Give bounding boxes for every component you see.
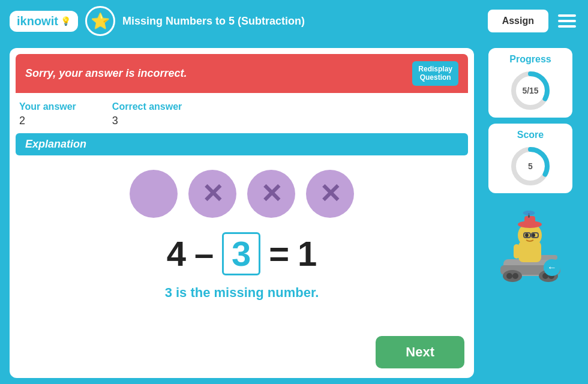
x-icon-1: ✕ xyxy=(202,181,224,207)
progress-title: Progress xyxy=(509,54,551,65)
star-icon: ⭐ xyxy=(85,6,115,36)
progress-value: 5/15 xyxy=(522,86,538,95)
circle-2: ✕ xyxy=(188,170,236,218)
answer-section: Your answer 2 Correct answer 3 xyxy=(10,93,474,133)
eq-equals: = xyxy=(269,233,289,274)
redisplay-button[interactable]: RedisplayQuestion xyxy=(412,61,458,86)
explanation-header: Explanation xyxy=(16,133,468,155)
bulb-icon: 💡 xyxy=(61,16,71,26)
circles-visual: ✕ ✕ ✕ xyxy=(10,155,474,227)
svg-point-9 xyxy=(512,273,518,279)
circle-3: ✕ xyxy=(247,170,295,218)
right-panel: Progress 5/15 Score 5 xyxy=(482,48,578,378)
your-answer-value: 2 xyxy=(19,115,76,127)
incorrect-banner: Sorry, your answer is incorrect. Redispl… xyxy=(16,54,468,93)
circle-4: ✕ xyxy=(306,170,354,218)
assign-button[interactable]: Assign xyxy=(488,10,548,32)
missing-number-text: 3 is the missing number. xyxy=(10,285,474,310)
eq-answer-box: 3 xyxy=(222,232,260,275)
svg-point-18 xyxy=(523,211,535,215)
equation: 4 – 3 = 1 xyxy=(10,227,474,285)
svg-point-19 xyxy=(525,233,529,237)
correct-answer-value: 3 xyxy=(112,115,182,127)
your-answer-col: Your answer 2 xyxy=(19,101,76,127)
logo-text: iknowit xyxy=(17,14,58,28)
next-btn-area: Next xyxy=(10,336,474,378)
svg-rect-16 xyxy=(524,216,535,226)
score-title: Score xyxy=(517,130,544,140)
content-panel: Sorry, your answer is incorrect. Redispl… xyxy=(10,48,474,378)
next-button[interactable]: Next xyxy=(376,336,464,368)
progress-circle: 5/15 xyxy=(509,70,551,112)
menu-line-1 xyxy=(558,14,576,17)
x-icon-3: ✕ xyxy=(319,181,341,207)
score-card: Score 5 xyxy=(488,124,572,193)
correct-answer-col: Correct answer 3 xyxy=(112,101,182,127)
progress-card: Progress 5/15 xyxy=(488,48,572,118)
character-area: ← xyxy=(488,205,572,283)
x-icon-2: ✕ xyxy=(260,181,283,207)
your-answer-label: Your answer xyxy=(19,101,76,112)
svg-point-8 xyxy=(506,273,512,279)
menu-button[interactable] xyxy=(556,12,578,30)
eq-num1: 4 xyxy=(167,233,186,274)
circle-1 xyxy=(130,170,178,218)
incorrect-text: Sorry, your answer is incorrect. xyxy=(25,67,187,80)
back-button[interactable]: ← xyxy=(544,259,560,276)
menu-line-2 xyxy=(558,20,576,22)
lesson-title: Missing Numbers to 5 (Subtraction) xyxy=(122,15,481,28)
menu-line-3 xyxy=(558,25,576,28)
header: iknowit 💡 ⭐ Missing Numbers to 5 (Subtra… xyxy=(0,0,588,42)
correct-answer-label: Correct answer xyxy=(112,101,182,112)
score-value: 5 xyxy=(528,161,533,171)
svg-rect-24 xyxy=(514,244,520,259)
logo: iknowit 💡 xyxy=(10,11,78,32)
eq-result: 1 xyxy=(298,233,317,274)
main-area: Sorry, your answer is incorrect. Redispl… xyxy=(0,42,588,384)
score-circle: 5 xyxy=(509,145,551,187)
eq-operator: – xyxy=(194,233,214,274)
